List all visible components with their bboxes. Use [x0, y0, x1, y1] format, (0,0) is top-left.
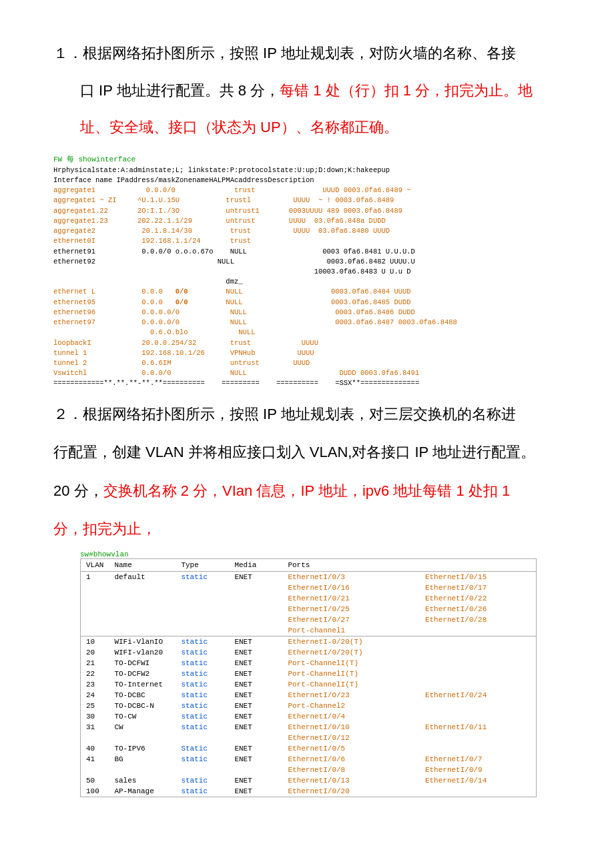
vlan-media-cell: ENET	[229, 690, 282, 701]
iface-row-aggregate1-22: aggregate1.22 2O:I.I./3O untrust1 0003UU…	[53, 206, 561, 216]
vlan-media-cell: ENET	[229, 658, 282, 669]
vlan-id-cell: 20	[81, 647, 109, 658]
vlan-port-right: EthernetI/0/26	[420, 604, 537, 614]
table-row: 21TO-DCFWIstaticENETPort-ChannelI(T)	[81, 658, 537, 669]
vlan-id-cell: 40	[81, 743, 109, 754]
sw-command-wrapper: sw#bhowvlan	[80, 548, 561, 558]
vlan-type-cell: Static	[176, 743, 229, 754]
vlan-name-cell: WIFi-VlanIO	[109, 636, 176, 648]
vlan-type-cell: static	[176, 690, 229, 701]
table-row: 41BGstaticENETEthernetI/0/6EthernetI/0/7	[81, 754, 537, 765]
vlan-port-left: EthernetI/0/25	[282, 604, 420, 614]
vlan-port-right	[420, 711, 537, 722]
table-row: 1defaultstaticENETEthernetI/0/3EthernetI…	[81, 571, 537, 582]
vlan-port-right	[420, 701, 537, 711]
vlan-name-cell: TO-DCBC-N	[109, 701, 176, 711]
vlan-port-right	[420, 733, 537, 743]
fw-command: FW 每 showinterface	[53, 154, 561, 164]
vlan-type-cell: static	[176, 701, 229, 711]
sw-command: sw#bhowvlan	[80, 550, 129, 558]
heading-line1: １．根据网络拓扑图所示，按照 IP 地址规划表，对防火墙的名称、各接	[53, 40, 561, 67]
vlan-media-cell: ENET	[229, 571, 282, 636]
vlan-media-cell: ENET	[229, 636, 282, 648]
section2-heading: ２．根据网络拓扑图所示，按照 IP 地址规划表，对三层交换机的名称进 行配置，创…	[53, 401, 561, 542]
table-row: 10WIFi-VlanIOstaticENETEthernetI-0/20(T)	[81, 636, 537, 648]
vlan-type-cell: static	[176, 647, 229, 658]
iface-row-ethernet0I: ethernet0I 192.168.1.1/24 trust	[53, 236, 561, 246]
vlan-type-cell: static	[176, 754, 229, 775]
iface-row-vswitchl: Vswitchl 0.0.0/0 NULL DUDD 0003.0fa6.849…	[53, 368, 561, 378]
vlan-port-right	[420, 636, 537, 648]
table-row: 24TO-DCBCstaticENETEthernetI/O/23Etherne…	[81, 690, 537, 701]
vlan-media-cell: ENET	[229, 711, 282, 722]
heading-line2: 口 IP 地址进行配置。共 8 分，每错 1 处（行）扣 1 分，扣完为止。地	[53, 77, 561, 104]
vlan-id-cell: 23	[81, 679, 109, 690]
vlan-port-right	[420, 786, 537, 797]
section2-heading-line1: ２．根据网络拓扑图所示，按照 IP 地址规划表，对三层交换机的名称进	[53, 401, 561, 428]
vlan-type-cell: static	[176, 786, 229, 797]
vlan-id-cell: 1	[81, 571, 109, 636]
vlan-name-cell: TO-IPV6	[109, 743, 176, 754]
iface-row-aggregate2: aggregate2 20.1.8.14/30 trust UUUU 03.0f…	[53, 226, 561, 236]
vlan-port-left: EthernetI/0/8	[282, 765, 420, 775]
vlan-media-cell: ENET	[229, 701, 282, 711]
iface-row-ethernet92: ethernet92 NULL 0003.0fa6.8482 UUUU.U	[53, 257, 561, 267]
vlan-media-cell: ENET	[229, 775, 282, 786]
vlan-port-right: EthernetI/0/15	[420, 571, 537, 582]
col-name: Name	[109, 558, 176, 571]
vlan-name-cell: TO-DCFWI	[109, 658, 176, 669]
vlan-port-right: EthernetI/0/7	[420, 754, 537, 765]
vlan-id-cell: 31	[81, 722, 109, 743]
vlan-port-left: EthernetI/0/4	[282, 711, 420, 722]
vlan-name-cell: CW	[109, 722, 176, 743]
vlan-port-left: EthernetI/0/20(T)	[282, 647, 420, 658]
vlan-id-cell: 41	[81, 754, 109, 775]
header-line: Hrphysicalstate:A:adminstate;L; linkstat…	[53, 165, 561, 175]
iface-row-ethernet96: ethernet96 0.0.0.0/0 NULL 0003.0fa6.8486…	[53, 308, 561, 318]
vlan-port-left: EthernetI/0/13	[282, 775, 420, 786]
vlan-port-left: EthernetI/0/10	[282, 722, 420, 733]
vlan-port-left: Port-ChannelI(T)	[282, 658, 420, 669]
col-vlan: VLAN	[81, 558, 109, 571]
table-row: 30TO-CWstaticENETEthernetI/0/4	[81, 711, 537, 722]
vlan-id-cell: 30	[81, 711, 109, 722]
vlan-port-left: EthernetI/0/5	[282, 743, 420, 754]
vlan-type-cell: static	[176, 636, 229, 648]
vlan-id-cell: 22	[81, 669, 109, 679]
vlan-port-left: EthernetI/O/23	[282, 690, 420, 701]
vlan-port-left: EthernetI/0/21	[282, 593, 420, 604]
iface-row-aggregate1-23: aggregate1.23 202.22.1.1/29 untrust UUUU…	[53, 216, 561, 226]
vlan-id-cell: 10	[81, 636, 109, 648]
vlan-port-right	[420, 669, 537, 679]
iface-row-loopbackI: loopbackI 20.0.0.254/32 trust UUUU	[53, 338, 561, 348]
col-media: Media	[229, 558, 282, 571]
vlan-port-left: Port-Channel2	[282, 701, 420, 711]
vlan-type-cell: static	[176, 711, 229, 722]
vlan-port-left: EthernetI/0/12	[282, 733, 420, 743]
vlan-port-left: EthernetI/0/6	[282, 754, 420, 765]
vlan-name-cell: TO-DCFW2	[109, 669, 176, 679]
vlan-media-cell: ENET	[229, 669, 282, 679]
vlan-media-cell: ENET	[229, 786, 282, 797]
vlan-port-right: EthernetI/0/14	[420, 775, 537, 786]
vlan-port-left: EthernetI/0/20	[282, 786, 420, 797]
vlan-table: VLAN Name Type Media Ports 1defaultstati…	[80, 558, 537, 798]
vlan-name-cell: TO-DCBC	[109, 690, 176, 701]
vlan-name-cell: BG	[109, 754, 176, 775]
table-row: 22TO-DCFW2staticENETPort-ChannelI(T)	[81, 669, 537, 679]
iface-row-tunnel1: tunnel 1 192.168.10.1/26 VPNHub UUUU	[53, 348, 561, 358]
vlan-media-cell: ENET	[229, 743, 282, 754]
iface-row-aggregate1-zi: aggregate1 ~ ZI ^U.1.U.15U trustl UUUU ~…	[53, 195, 561, 205]
vlan-name-cell: AP-Manage	[109, 786, 176, 797]
fw-terminal-output: Hrphysicalstate:A:adminstate;L; linkstat…	[53, 165, 561, 389]
vlan-port-right: EthernetI/0/28	[420, 614, 537, 625]
table-row: 20WIFI-vlan20staticENETEthernetI/0/20(T)	[81, 647, 537, 658]
vlan-type-cell: static	[176, 722, 229, 743]
vlan-port-left: Port-ChannelI(T)	[282, 669, 420, 679]
section2-heading-line2: 行配置，创建 VLAN 并将相应接口划入 VLAN,对各接口 IP 地址进行配置…	[53, 439, 561, 466]
vlan-port-right	[420, 743, 537, 754]
vlan-port-right	[420, 679, 537, 690]
section2-heading-line3: 20 分，交换机名称 2 分，VIan 信息，IP 地址，ipv6 地址每错 1…	[53, 478, 561, 504]
table-row: 31CWstaticENETEthernetI/0/10EthernetI/0/…	[81, 722, 537, 733]
table-row: 50salesstaticENETEthernetI/0/13EthernetI…	[81, 775, 537, 786]
